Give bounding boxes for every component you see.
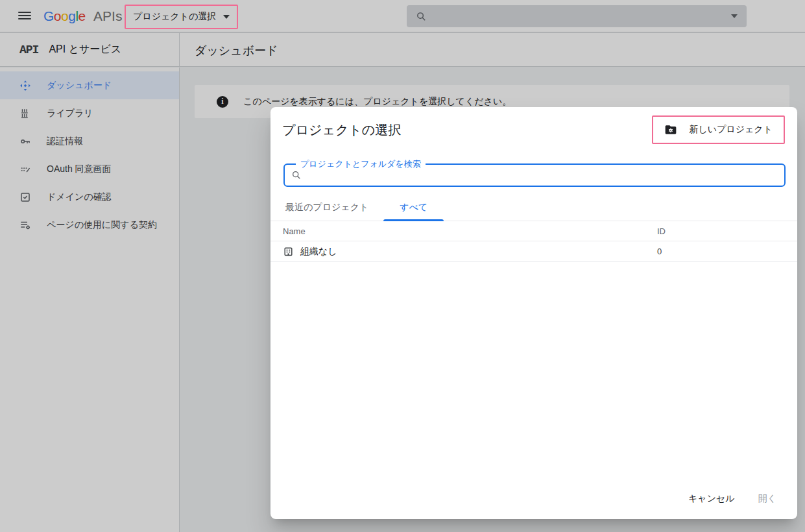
project-search-input[interactable] [307,165,779,186]
column-header-name: Name [283,226,657,236]
organization-icon [283,246,294,257]
new-project-folder-icon [664,123,677,136]
tab-label: 最近のプロジェクト [285,202,368,213]
row-id-text: 0 [657,247,797,256]
dialog-title: プロジェクトの選択 [282,121,401,139]
project-table: Name ID 組織なし 0 [270,222,797,262]
tab-label: すべて [400,202,427,213]
project-picker-dialog: プロジェクトの選択 新しいプロジェクト プロジェクトとフォルダを検索 最近のプロ… [270,107,797,519]
table-header: Name ID [270,222,797,241]
column-header-id: ID [657,226,797,236]
search-icon [291,170,302,180]
dialog-footer: キャンセル 開く [678,487,787,510]
project-search-field[interactable]: プロジェクトとフォルダを検索 [283,163,786,187]
cancel-button[interactable]: キャンセル [678,487,745,510]
open-button[interactable]: 開く [748,487,787,510]
table-row[interactable]: 組織なし 0 [270,241,797,262]
tab-recent-projects[interactable]: 最近のプロジェクト [270,195,383,221]
new-project-label: 新しいプロジェクト [689,124,773,136]
tab-all[interactable]: すべて [383,195,444,221]
row-name-text: 組織なし [300,246,337,258]
new-project-button[interactable]: 新しいプロジェクト [652,115,785,144]
dialog-tabs: 最近のプロジェクト すべて [270,195,797,221]
